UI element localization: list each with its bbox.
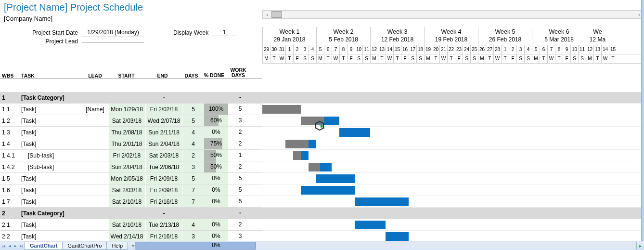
category-row[interactable]: 1[Task Category]-- (0, 92, 262, 104)
category-row[interactable]: 2[Task Category]-- (0, 208, 262, 219)
lead-cell[interactable]: [Name] (82, 106, 108, 113)
vertical-scrollbar[interactable] (641, 0, 644, 241)
sheet-tab-ganttchartpro[interactable]: GanttChartPro (62, 242, 107, 250)
gantt-bar-remaining[interactable] (355, 221, 386, 229)
task-name-cell[interactable]: [Task] (19, 222, 82, 228)
gantt-bar-done[interactable] (285, 140, 309, 148)
gantt-bar-remaining[interactable] (301, 186, 355, 195)
end-cell[interactable]: Tue 2/06/18 (146, 161, 182, 172)
pct-done-cell[interactable]: 0% (204, 173, 228, 184)
task-name-cell[interactable]: [Task Category] (19, 94, 82, 101)
task-row[interactable]: 1.1[Task][Name]Mon 1/29/18Fri 2/02/18510… (0, 104, 262, 115)
task-row[interactable]: 1.2[Task]Sat 2/03/18Wed 2/07/18560%3 (0, 115, 262, 127)
gantt-bar-remaining[interactable] (316, 174, 355, 183)
days-cell[interactable]: 2 (182, 150, 204, 161)
task-row[interactable]: 1.4.2[Sub-task]Sun 2/04/18Tue 2/06/18350… (0, 161, 262, 173)
pct-done-cell[interactable]: 100% (204, 104, 228, 115)
task-name-cell[interactable]: [Task] (19, 118, 82, 124)
scroll-thumb[interactable] (271, 11, 282, 18)
days-cell[interactable]: 4 (182, 138, 204, 149)
task-name-cell[interactable]: [Sub-task] (19, 164, 82, 171)
days-cell[interactable]: 4 (182, 127, 204, 138)
days-cell[interactable]: 5 (182, 115, 204, 126)
gantt-bar-remaining[interactable] (309, 140, 316, 148)
end-cell[interactable]: Fri 2/09/18 (146, 184, 182, 196)
gantt-bar-remaining[interactable] (339, 128, 370, 137)
days-cell[interactable]: 5 (182, 173, 204, 184)
task-name-cell[interactable]: [Task] (19, 233, 82, 240)
task-name-cell[interactable]: [Sub-task] (19, 152, 82, 159)
sheet-tab-ganttchart[interactable]: GanttChart (25, 242, 63, 250)
tab-nav-prev-icon[interactable]: ◂ (7, 242, 13, 249)
start-cell[interactable]: Mon 2/05/18 (109, 173, 145, 184)
gantt-bar-remaining[interactable] (320, 163, 332, 171)
new-sheet-icon[interactable]: ✦ (131, 243, 135, 249)
task-name-cell[interactable]: [Task Category] (19, 210, 82, 217)
days-cell[interactable]: 7 (182, 196, 204, 207)
task-row[interactable]: 1.4.1[Sub-task]Fri 2/02/18Sat 2/03/18250… (0, 150, 262, 161)
pct-done-cell[interactable]: 50% (204, 161, 228, 172)
start-cell[interactable]: Sat 2/10/18 (109, 196, 145, 207)
task-name-cell[interactable]: [Task] (19, 106, 82, 113)
gantt-bar-done[interactable] (293, 151, 301, 160)
horizontal-scroll-right-icon[interactable]: ▸ (636, 242, 644, 250)
timeline-scrollbar[interactable]: ‹ › (262, 10, 644, 19)
task-name-cell[interactable]: [Task] (19, 198, 82, 205)
start-cell[interactable]: Sat 2/03/18 (109, 184, 145, 196)
task-row[interactable]: 1.6[Task]Sat 2/03/18Fri 2/09/1870%5 (0, 184, 262, 196)
end-cell[interactable]: Fri 2/16/18 (146, 231, 182, 242)
start-cell[interactable]: Mon 1/29/18 (109, 104, 145, 115)
end-cell[interactable]: Fri 2/09/18 (146, 173, 182, 184)
scroll-left-icon[interactable]: ‹ (263, 11, 271, 18)
end-cell[interactable]: Sun 2/11/18 (146, 127, 182, 138)
start-cell[interactable]: Sun 2/04/18 (109, 161, 145, 172)
start-cell[interactable]: Wed 2/14/18 (109, 231, 145, 242)
gantt-bar-done[interactable] (262, 105, 301, 114)
start-cell[interactable]: Fri 2/02/18 (109, 150, 145, 161)
task-name-cell[interactable]: [Task] (19, 141, 82, 147)
project-start-value[interactable]: 1/29/2018 (Monday) (82, 28, 144, 37)
pct-done-cell[interactable]: 75% (204, 138, 228, 149)
pct-done-cell[interactable]: 0% (204, 127, 228, 138)
display-week-value[interactable]: 1 (212, 29, 236, 36)
end-cell[interactable]: Sun 2/04/18 (146, 138, 182, 149)
task-name-cell[interactable]: [Task] (19, 175, 82, 182)
pct-done-cell[interactable]: 60% (204, 115, 228, 126)
start-cell[interactable]: Sat 2/03/18 (109, 115, 145, 126)
tab-nav-first-icon[interactable]: |◂ (1, 242, 7, 249)
days-cell[interactable]: 5 (182, 104, 204, 115)
tab-nav-next-icon[interactable]: ▸ (13, 242, 18, 249)
end-cell[interactable]: Fri 2/02/18 (146, 104, 182, 115)
pct-done-cell[interactable]: 0% (204, 219, 228, 230)
task-name-cell[interactable]: [Task] (19, 129, 82, 136)
gantt-bar-remaining[interactable] (324, 117, 339, 125)
pct-done-cell[interactable]: 0% (204, 231, 228, 242)
task-name-cell[interactable]: [Task] (19, 187, 82, 194)
start-cell[interactable]: Thu 2/08/18 (109, 127, 145, 138)
horizontal-scroll-thumb[interactable] (136, 242, 256, 250)
horizontal-scrollbar[interactable] (135, 242, 636, 250)
tab-nav-last-icon[interactable]: ▸| (18, 242, 24, 249)
gantt-bar-remaining[interactable] (355, 197, 409, 206)
days-cell[interactable]: 3 (182, 231, 204, 242)
task-row[interactable]: 2.1[Task]Sat 2/10/18Tue 2/13/1840%2 (0, 219, 262, 231)
sheet-tab-help[interactable]: Help (106, 242, 128, 250)
project-lead-value[interactable] (82, 40, 144, 43)
end-cell[interactable]: Sat 2/03/18 (146, 150, 182, 161)
gantt-bar-done[interactable] (301, 117, 324, 125)
start-cell[interactable]: Sat 2/10/18 (109, 219, 145, 230)
gantt-bar-remaining[interactable] (301, 151, 309, 160)
days-cell[interactable]: 3 (182, 161, 204, 172)
task-row[interactable]: 1.5[Task]Mon 2/05/18Fri 2/09/1850%5 (0, 173, 262, 184)
task-row[interactable]: 1.3[Task]Thu 2/08/18Sun 2/11/1840%2 (0, 127, 262, 138)
days-cell[interactable]: 4 (182, 219, 204, 230)
gantt-bar-done[interactable] (309, 163, 320, 171)
end-cell[interactable]: Fri 2/16/18 (146, 196, 182, 207)
days-cell[interactable]: 7 (182, 184, 204, 196)
task-row[interactable]: 1.7[Task]Sat 2/10/18Fri 2/16/1870%5 (0, 196, 262, 208)
pct-done-cell[interactable]: 50% (204, 150, 228, 161)
pct-done-cell[interactable]: 0% (204, 196, 228, 207)
pct-done-cell[interactable]: 0% (204, 184, 228, 196)
start-cell[interactable]: Thu 2/01/18 (109, 138, 145, 149)
end-cell[interactable]: Tue 2/13/18 (146, 219, 182, 230)
